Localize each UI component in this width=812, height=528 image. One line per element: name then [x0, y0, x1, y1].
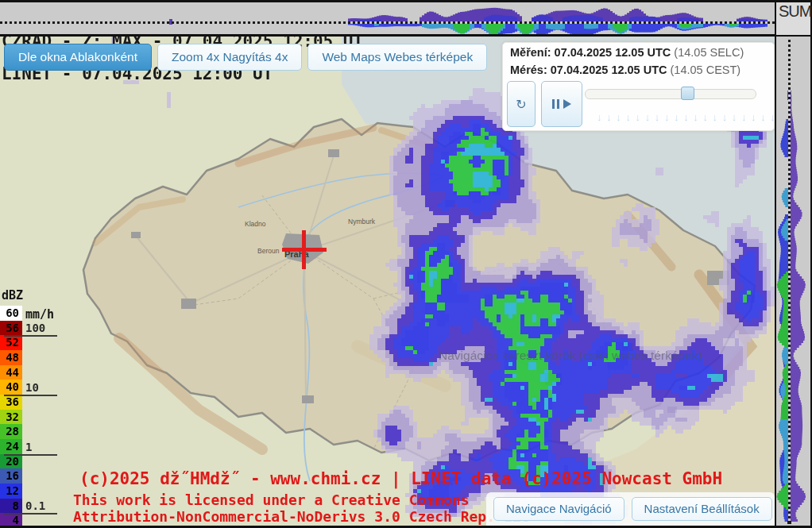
- bottom-nav-panel: Navigace Navigáció Nastavení Beállítások: [486, 492, 775, 526]
- right-profile-strip: [775, 37, 812, 528]
- toolbar-button-zoom-4x[interactable]: Zoom 4x Nagyítás 4x: [157, 44, 302, 71]
- frame-tick-arrow: ↓: [655, 111, 660, 123]
- refresh-button[interactable]: ↻: [507, 81, 536, 127]
- frame-tick-arrow: ↓: [645, 111, 651, 123]
- frame-tick-arrow: ↓: [751, 111, 756, 123]
- dbz-scale: dBZ 6056524844403632282420161284 mm/h 10…: [0, 288, 23, 528]
- mmh-tick-line: [4, 454, 57, 456]
- frame-tick-arrow: ↓: [713, 111, 718, 123]
- dbz-scale-row: 32: [0, 410, 22, 425]
- radar-viewer: SUM: [0, 0, 812, 528]
- sum-label: SUM: [776, 2, 810, 19]
- playback-controls: ↻: [507, 81, 582, 127]
- dbz-scale-row: 20: [0, 454, 22, 469]
- toolbar: Dle okna Ablakonként Zoom 4x Nagyítás 4x…: [4, 44, 487, 71]
- license-line-2: Attribution-NonCommercial-NoDerivs 3.0 C…: [73, 508, 529, 525]
- frame-tick-arrow: ↓: [741, 111, 747, 123]
- mmh-mark-10: 10: [25, 381, 52, 394]
- dbz-scale-row: 24: [0, 439, 22, 454]
- mmh-unit-label: mm/h: [25, 307, 54, 322]
- dbz-scale-row: 52: [0, 335, 22, 350]
- mmh-mark-01: 0.1: [25, 499, 52, 512]
- dbz-scale-row: 60: [0, 306, 22, 321]
- frame-tick-arrow: ↓: [674, 111, 679, 123]
- dbz-color-column: 6056524844403632282420161284: [0, 306, 22, 528]
- dbz-scale-row: 48: [0, 350, 22, 365]
- mmh-tick-line: [4, 335, 57, 337]
- measurement-localtime-hu: (14.05 CEST): [671, 64, 741, 76]
- navigation-button[interactable]: Navigace Navigáció: [493, 497, 624, 521]
- dbz-scale-row: 36: [0, 395, 22, 410]
- measurement-label-cz: Měření:: [510, 46, 551, 59]
- frame-tick-arrow: ↓: [722, 111, 728, 123]
- dbz-scale-row: 28: [0, 424, 22, 439]
- measurement-localtime-cz: (14.05 SELC): [674, 46, 744, 59]
- dbz-scale-row: 56: [0, 321, 22, 336]
- toolbar-button-web-maps[interactable]: Web Maps Webes térképek: [307, 44, 487, 71]
- time-slider-handle[interactable]: [681, 87, 694, 100]
- frame-tick-arrow: ↓: [770, 111, 775, 123]
- dbz-scale-row: 8: [0, 499, 22, 514]
- frame-tick-arrow: ↓: [732, 111, 737, 123]
- frame-tick-arrow: ↓: [683, 111, 689, 123]
- frame-tick-arrow: ↓: [664, 111, 670, 123]
- toolbar-button-window-mode[interactable]: Dle okna Ablakonként: [4, 44, 152, 71]
- copyright-line: (c)2025 dž˝HMdž˝ - www.chmi.cz | LINET d…: [79, 469, 722, 488]
- measurement-panel: Měření: 07.04.2025 12.05 UTC (14.05 SELC…: [502, 42, 775, 131]
- dbz-unit-label: dBZ: [0, 288, 23, 306]
- frame-tick-arrow: ↓: [760, 111, 766, 123]
- time-slider[interactable]: [585, 89, 756, 99]
- pause-play-icon: [552, 99, 571, 109]
- settings-button[interactable]: Nastavení Beállítások: [632, 497, 772, 521]
- mmh-mark-1: 1: [25, 441, 52, 453]
- dbz-scale-row: 16: [0, 468, 22, 484]
- frame-tick-arrow: ↓: [625, 111, 631, 123]
- frame-tick-arrow: ↓: [636, 111, 641, 123]
- frame-tick-arrow: ↓: [597, 111, 602, 123]
- measurement-line-hu: Mérés: 07.04.2025 12.05 UTC (14.05 CEST): [503, 60, 774, 78]
- license-line-1: This work is licensed under a Creative C…: [73, 491, 470, 508]
- top-profile-strip: [0, 0, 775, 37]
- frame-tick-arrows: ↓↓↓↓↓↓↓↓↓↓↓↓↓↓↓↓↓↓↓: [597, 111, 775, 123]
- frame-tick-arrow: ↓: [616, 111, 621, 123]
- pause-play-button[interactable]: [541, 81, 582, 127]
- refresh-icon: ↻: [516, 97, 526, 112]
- frame-tick-arrow: ↓: [693, 111, 698, 123]
- measurement-label-hu: Mérés:: [510, 64, 547, 76]
- frame-tick-arrow: ↓: [702, 111, 708, 123]
- right-profile-histogram: [776, 37, 810, 528]
- map-watermark: Navigációs kereszt körök (csak webes tér…: [439, 349, 702, 363]
- mmh-mark-100: 100: [25, 322, 52, 334]
- measurement-value-hu: 07.04.2025 12.05 UTC: [551, 64, 667, 76]
- sum-corner: SUM: [775, 0, 812, 37]
- measurement-line-cz: Měření: 07.04.2025 12.05 UTC (14.05 SELC…: [503, 43, 774, 60]
- dbz-scale-row: 44: [0, 365, 22, 380]
- top-profile-histogram: [0, 2, 775, 34]
- mmh-tick-line: [4, 513, 57, 515]
- mmh-tick-line: [4, 395, 57, 396]
- measurement-value-cz: 07.04.2025 12.05 UTC: [555, 46, 671, 59]
- dbz-scale-row: 12: [0, 484, 22, 499]
- navigation-cross: [302, 230, 306, 269]
- frame-tick-arrow: ↓: [606, 111, 612, 123]
- dbz-scale-row: 40: [0, 380, 22, 395]
